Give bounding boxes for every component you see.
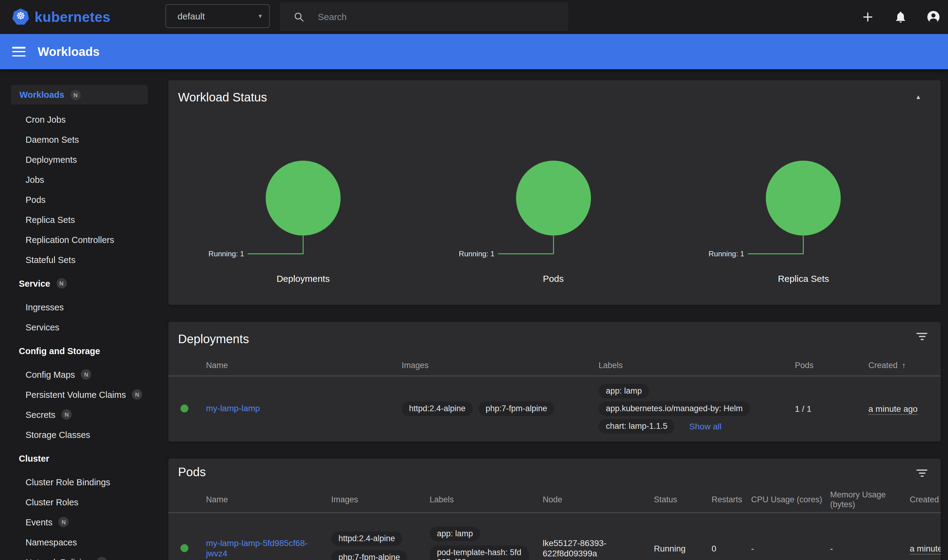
app-header: ☸ kubernetes default ▾ (0, 0, 948, 34)
sidebar-item-replication-controllers[interactable]: Replication Controllers (0, 229, 158, 250)
image-chip: httpd:2.4-alpine (402, 401, 473, 416)
replica-sets-pie-chart: Running: 1 Replica Sets (678, 159, 928, 284)
pie-svg: Running: 1 (678, 159, 928, 262)
account-button[interactable] (926, 10, 941, 24)
page-toolbar: Workloads (0, 34, 948, 69)
new-badge: N (62, 409, 72, 420)
column-header-cpu-usage[interactable]: CPU Usage (cores) (751, 478, 830, 512)
new-badge: N (81, 369, 91, 380)
column-header-restarts[interactable]: Restarts (712, 478, 751, 512)
sidebar-item-cluster-role-bindings[interactable]: Cluster Role Bindings (0, 472, 158, 492)
deployment-link[interactable]: my-lamp-lamp (206, 403, 260, 413)
column-header-images[interactable]: Images (402, 349, 598, 375)
column-header-status (168, 349, 206, 375)
column-header-name[interactable]: Name (206, 478, 331, 512)
pods-title: Pods (178, 465, 206, 479)
sidebar-item-events[interactable]: Events N (0, 512, 158, 532)
sort-ascending-icon: ↑ (902, 361, 906, 370)
sidebar-item-network-policies[interactable]: Network Policies N (0, 552, 158, 560)
collapse-card-button[interactable]: ▲ (915, 94, 921, 100)
sidebar-item-daemon-sets[interactable]: Daemon Sets (0, 129, 158, 149)
sidebar-item-stateful-sets[interactable]: Stateful Sets (0, 250, 158, 270)
deployment-name-cell: my-lamp-lamp (206, 403, 402, 414)
show-all-link[interactable]: Show all (689, 421, 721, 431)
deployments-title: Deployments (178, 332, 249, 346)
pie-chart-label: Pods (428, 273, 678, 284)
namespace-selector[interactable]: default ▾ (165, 4, 270, 28)
search-input[interactable] (318, 12, 549, 22)
new-badge: N (132, 389, 142, 400)
node-cell: lke55127-86393-622f8d09399a (543, 538, 654, 558)
column-header-node[interactable]: Node (543, 478, 654, 512)
pod-row: my-lamp-lamp-5fd985cf68-jwvz4 httpd:2.4-… (168, 513, 941, 560)
filter-icon[interactable] (916, 333, 927, 342)
sidebar-item-config-maps[interactable]: Config Maps N (0, 365, 158, 385)
sidebar-item-namespaces[interactable]: Namespaces (0, 532, 158, 552)
column-header-status[interactable]: Status (654, 478, 712, 512)
header-actions (860, 0, 942, 34)
pods-table-header: Name Images Labels Node Status Restarts … (168, 478, 941, 513)
column-header-name[interactable]: Name (206, 349, 402, 375)
kubernetes-dashboard: ☸ kubernetes default ▾ (0, 0, 948, 560)
sidebar-item-workloads[interactable]: Workloads N (11, 85, 148, 105)
pie-svg: Running: 1 (178, 159, 428, 262)
workload-status-title: Workload Status (178, 91, 928, 105)
relative-time: a minute ago (868, 404, 918, 415)
new-badge: N (71, 89, 81, 100)
sidebar-item-secrets[interactable]: Secrets N (0, 405, 158, 425)
sidebar-item-ingresses[interactable]: Ingresses (0, 297, 158, 317)
created-cell: a minute ago (910, 543, 941, 553)
sidebar-item-cron-jobs[interactable]: Cron Jobs (0, 109, 158, 129)
sidebar-item-deployments[interactable]: Deployments (0, 149, 158, 169)
create-resource-button[interactable] (860, 10, 875, 24)
search-bar[interactable] (280, 2, 568, 31)
label-chip: app: lamp (598, 383, 649, 398)
filter-icon[interactable] (916, 469, 927, 478)
images-cell: httpd:2.4-alpine php:7-fpm-alpine (402, 401, 598, 416)
pod-link[interactable]: my-lamp-lamp-5fd985cf68-jwvz4 (206, 538, 308, 558)
brand-title: kubernetes (35, 9, 110, 25)
running-status-dot (180, 544, 188, 552)
pie-chart-label: Replica Sets (678, 273, 928, 284)
created-cell: a minute ago (868, 404, 941, 413)
label-chip: app: lamp (430, 526, 480, 541)
notifications-button[interactable] (893, 10, 908, 24)
deployments-pie-chart: Running: 1 Deployments (178, 159, 428, 284)
column-header-memory-usage[interactable]: Memory Usage (bytes) (830, 478, 910, 512)
column-header-pods[interactable]: Pods (795, 349, 868, 375)
sidebar-item-pods[interactable]: Pods (0, 189, 158, 209)
sidebar-item-replica-sets[interactable]: Replica Sets (0, 209, 158, 229)
user-avatar-icon (926, 10, 941, 24)
status-cell (168, 544, 206, 552)
workload-status-charts: Running: 1 Deployments Running: 1 Pods (178, 159, 928, 284)
sidebar-item-cluster-roles[interactable]: Cluster Roles (0, 492, 158, 512)
sidebar-item-service[interactable]: Service N (0, 273, 158, 293)
search-icon (293, 11, 304, 22)
namespace-value: default (177, 11, 259, 21)
column-header-status-dot (168, 478, 206, 512)
sidebar-item-jobs[interactable]: Jobs (0, 169, 158, 189)
label-chip: chart: lamp-1.1.5 (598, 419, 675, 433)
kubernetes-logo-link[interactable]: ☸ kubernetes (12, 9, 110, 26)
sidebar-item-storage-classes[interactable]: Storage Classes (0, 425, 158, 445)
pie-annotation: Running: 1 (208, 250, 244, 258)
pod-status-cell: Running (654, 543, 712, 553)
menu-toggle-button[interactable] (12, 47, 26, 57)
image-chip: php:7-fpm-alpine (331, 550, 407, 560)
cpu-usage-cell: - (751, 543, 830, 553)
column-header-labels[interactable]: Labels (598, 349, 795, 375)
sidebar-item-persistent-volume-claims[interactable]: Persistent Volume Claims N (0, 385, 158, 405)
column-header-images[interactable]: Images (331, 478, 430, 512)
column-header-created[interactable]: Created ↑ (910, 478, 941, 512)
plus-icon (861, 10, 874, 24)
column-header-labels[interactable]: Labels (430, 478, 543, 512)
pods-pie-chart: Running: 1 Pods (428, 159, 678, 284)
hamburger-icon (12, 47, 26, 48)
relative-time: a minute ago (910, 543, 941, 554)
column-header-created[interactable]: Created ↑ (868, 349, 941, 375)
status-cell (168, 405, 206, 412)
sidebar-item-services[interactable]: Services (0, 317, 158, 337)
labels-cell: app: lamp app.kubernetes.io/managed-by: … (598, 383, 795, 433)
pie-svg: Running: 1 (428, 159, 678, 262)
caret-down-icon: ▾ (259, 12, 262, 20)
